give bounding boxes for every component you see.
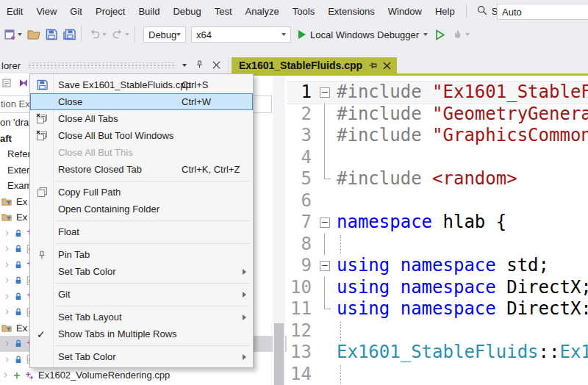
chevron-icon[interactable] — [1, 243, 12, 255]
chevron-icon[interactable] — [1, 338, 12, 350]
menu-test[interactable]: Test — [208, 2, 239, 21]
line-number: 1 — [288, 82, 312, 104]
chevron-icon[interactable] — [1, 306, 12, 318]
undo-button[interactable] — [87, 27, 108, 42]
close-icon[interactable] — [383, 62, 391, 70]
close-tabs-icon — [36, 113, 48, 125]
chevron-icon[interactable] — [1, 353, 12, 365]
platform-combo[interactable]: x64 — [191, 26, 291, 43]
menu-item-save-ex1601-stablefluids-cpp[interactable]: Save Ex1601_StableFluids.cppCtrl+S — [30, 76, 253, 93]
chevron-icon[interactable] — [1, 290, 12, 302]
hot-reload-button[interactable] — [451, 27, 471, 42]
switch-views-icon[interactable] — [18, 77, 29, 92]
close-tabs-icon — [36, 130, 48, 142]
code-text: #include "Ex1601_StableF — [337, 82, 588, 104]
open-file-button[interactable] — [26, 27, 42, 42]
menu-item-copy-full-path[interactable]: Copy Full Path — [30, 184, 253, 201]
collapse-box-icon[interactable] — [320, 217, 330, 228]
chevron-down-icon — [176, 33, 181, 36]
menu-debug[interactable]: Debug — [166, 2, 207, 21]
pane-drag-handle[interactable] — [28, 62, 176, 68]
chevron-down-icon — [423, 33, 428, 36]
collapse-box-icon[interactable] — [320, 261, 330, 271]
code-editor[interactable]: 1#include "Ex1601_StableF2#include "Geom… — [287, 76, 588, 385]
menu-item-label: Close All Tabs — [58, 113, 118, 124]
configuration-combo[interactable]: Debug — [143, 26, 186, 43]
collapse-box-icon[interactable] — [320, 87, 330, 98]
menu-help[interactable]: Help — [429, 2, 462, 21]
token-pl: DirectX: — [506, 298, 588, 319]
menu-item-set-tab-color[interactable]: Set Tab Color — [30, 348, 253, 365]
vs-window: EditViewGitProjectBuildDebugTestAnalyzeT… — [0, 0, 588, 385]
token-pp: #include — [337, 168, 432, 189]
close-icon[interactable] — [212, 60, 220, 71]
menu-item-git[interactable]: Git — [30, 286, 253, 303]
menu-item-pin-tab[interactable]: Pin Tab — [30, 246, 253, 263]
menu-item-show-tabs-in-multiple-rows[interactable]: ✓Show Tabs in Multiple Rows — [30, 325, 253, 342]
vertical-scrollbar[interactable] — [273, 73, 285, 385]
menu-git[interactable]: Git — [63, 2, 89, 21]
save-all-button[interactable] — [61, 27, 77, 42]
menu-item-set-tab-layout[interactable]: Set Tab Layout — [30, 309, 253, 325]
menu-view[interactable]: View — [29, 2, 63, 21]
menu-item-label: Set Tab Color — [58, 266, 116, 277]
line-number: 14 — [288, 364, 312, 385]
menu-separator — [30, 240, 253, 246]
window-position-icon[interactable] — [182, 64, 187, 67]
solution-explorer-header[interactable]: lorer — [0, 57, 229, 73]
pin-icon[interactable] — [196, 60, 204, 71]
token-kw: using namespace — [337, 277, 506, 298]
menu-extensions[interactable]: Extensions — [321, 2, 381, 21]
home-icon[interactable] — [1, 77, 13, 92]
chevron-icon[interactable] — [1, 259, 12, 270]
code-text: using namespace DirectX: — [337, 298, 588, 320]
submenu-arrow-icon — [243, 354, 246, 360]
scrollbar-thumb[interactable] — [274, 323, 284, 385]
menu-project[interactable]: Project — [89, 2, 132, 21]
menu-item-float[interactable]: Float — [30, 223, 253, 240]
document-tab[interactable]: Ex1601_StableFluids.cpp — [232, 57, 397, 73]
toolbar-separator — [81, 26, 82, 43]
add-item-button[interactable] — [2, 27, 24, 43]
code-line-5: 5#include <random> — [287, 168, 588, 190]
indent-guide — [340, 235, 341, 254]
save-button[interactable] — [44, 27, 59, 42]
chevron-icon[interactable] — [0, 370, 10, 381]
menu-item-close[interactable]: CloseCtrl+W — [30, 93, 253, 110]
menu-separator — [30, 280, 253, 286]
menu-edit[interactable]: Edit — [0, 2, 29, 21]
redo-button[interactable] — [110, 27, 131, 42]
tree-item-label: on 'dra — [0, 117, 29, 128]
pin-icon — [36, 249, 48, 261]
menu-separator — [30, 342, 253, 348]
menu-item-set-tab-color[interactable]: Set Tab Color — [30, 263, 253, 280]
start-without-debugging-button[interactable] — [434, 28, 447, 42]
code-line-1: 1#include "Ex1601_StableF — [287, 81, 588, 104]
pin-icon[interactable] — [368, 61, 377, 70]
code-line-10: 10using namespace DirectX; — [287, 277, 588, 299]
menu-item-close-all-tabs[interactable]: Close All Tabs — [30, 110, 253, 127]
menu-item-restore-closed-tab[interactable]: Restore Closed TabCtrl+K, Ctrl+Z — [30, 161, 253, 178]
code-line-11: 11using namespace DirectX: — [287, 298, 588, 320]
tree-item-ex1602-volumerendering-cpp[interactable]: Ex1602_VolumeRendering.cpp — [0, 367, 287, 384]
chevron-icon[interactable] — [1, 227, 12, 239]
toolbar-separator — [135, 26, 135, 43]
chevron-icon[interactable] — [1, 275, 12, 287]
auto-field[interactable]: Auto — [497, 4, 588, 20]
folder-filter-icon — [1, 212, 12, 223]
menu-item-label: Show Tabs in Multiple Rows — [58, 328, 177, 339]
menu-analyze[interactable]: Analyze — [239, 2, 286, 21]
menu-tools[interactable]: Tools — [286, 2, 321, 21]
outline-line — [324, 125, 325, 147]
code-line-7: 7namespace hlab { — [287, 212, 588, 234]
run-button[interactable]: Local Windows Debugger — [297, 28, 429, 42]
menu-item-open-containing-folder[interactable]: Open Containing Folder — [30, 201, 253, 217]
menu-build[interactable]: Build — [132, 2, 166, 21]
menu-window[interactable]: Window — [381, 2, 429, 21]
configuration-value: Debug — [148, 29, 176, 40]
menu-item-close-all-but-this: Close All But This — [30, 144, 253, 161]
indent-guide — [340, 322, 341, 341]
token-kw: using namespace — [337, 298, 506, 319]
menu-item-close-all-but-tool-windows[interactable]: Close All But Tool Windows — [30, 127, 253, 144]
chevron-down-icon — [18, 33, 22, 36]
